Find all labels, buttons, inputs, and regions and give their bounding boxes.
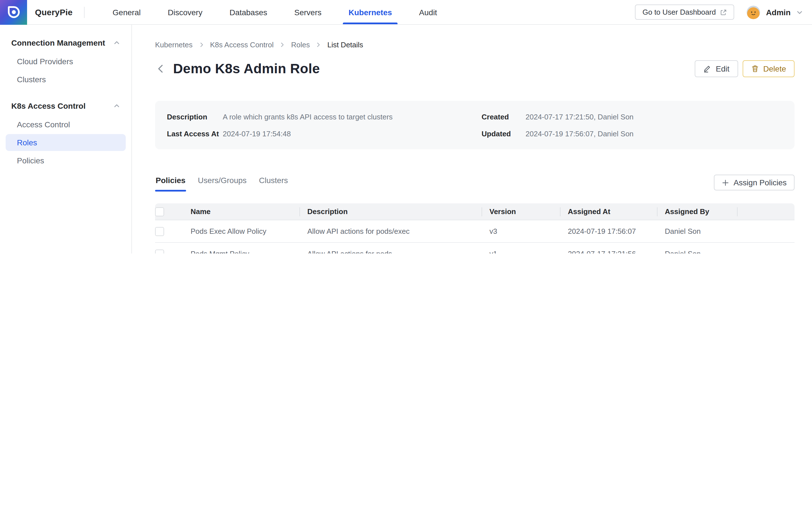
sidebar-section-k8s-access-control[interactable]: K8s Access Control [0, 97, 132, 115]
last-access-value: 2024-07-19 17:54:48 [223, 129, 291, 138]
policies-table: Name Description Version Assigned At Ass… [155, 203, 795, 253]
sidebar-section-title: Connection Management [11, 38, 105, 47]
sidebar-item-cloud-providers[interactable]: Cloud Providers [6, 53, 126, 70]
cell-assigned-by: Daniel Son [657, 227, 737, 235]
external-link-icon [720, 9, 727, 15]
breadcrumb-kubernetes[interactable]: Kubernetes [155, 41, 193, 49]
nav-item-audit[interactable]: Audit [405, 0, 451, 24]
sidebar-section-connection-management[interactable]: Connection Management [0, 34, 132, 52]
chevron-up-icon[interactable] [113, 40, 120, 46]
breadcrumb-roles[interactable]: Roles [291, 41, 310, 49]
row-checkbox[interactable] [155, 227, 164, 236]
chevron-down-icon[interactable] [796, 9, 803, 15]
cell-assigned-by: Daniel Son [657, 249, 737, 253]
edit-button[interactable]: Edit [695, 60, 738, 77]
column-header-assigned-by[interactable]: Assigned By [657, 203, 737, 220]
go-to-user-dashboard-label: Go to User Dashboard [643, 8, 716, 16]
column-header-version[interactable]: Version [481, 203, 560, 220]
description-label: Description [167, 112, 223, 121]
page-title: Demo K8s Admin Role [173, 61, 320, 76]
back-button[interactable] [155, 63, 166, 74]
cell-description: Allow API actions for pods [299, 249, 481, 253]
assign-policies-label: Assign Policies [733, 178, 786, 187]
nav-item-databases[interactable]: Databases [216, 0, 281, 24]
sidebar: Connection Management Cloud Providers Cl… [0, 25, 132, 253]
go-to-user-dashboard-button[interactable]: Go to User Dashboard [635, 4, 734, 20]
querypie-logo-icon [8, 6, 19, 18]
tab-policies[interactable]: Policies [155, 175, 186, 191]
updated-value: 2024-07-19 17:56:07, Daniel Son [525, 129, 633, 138]
sidebar-item-roles[interactable]: Roles [6, 134, 126, 151]
role-info-panel: Description A role which grants k8s API … [155, 101, 795, 149]
column-header-empty [737, 203, 795, 220]
plus-icon [722, 179, 729, 186]
main-nav: General Discovery Databases Servers Kube… [99, 0, 451, 24]
avatar-face-icon [747, 5, 760, 19]
sidebar-item-clusters[interactable]: Clusters [6, 71, 126, 88]
last-access-label: Last Access At [167, 129, 223, 138]
sidebar-item-policies[interactable]: Policies [6, 152, 126, 169]
cell-assigned-at: 2024-07-17 17:21:56 [560, 249, 657, 253]
sidebar-section-title: K8s Access Control [11, 101, 86, 110]
edit-button-label: Edit [716, 64, 729, 73]
chevron-right-icon [279, 42, 285, 48]
column-header-name[interactable]: Name [183, 203, 299, 220]
column-header-description[interactable]: Description [299, 203, 481, 220]
cell-name[interactable]: Pods Exec Allow Policy [183, 227, 299, 235]
nav-item-general[interactable]: General [99, 0, 154, 24]
chevron-left-icon [155, 63, 166, 74]
top-navigation: QueryPie General Discovery Databases Ser… [0, 0, 812, 25]
created-value: 2024-07-17 17:21:50, Daniel Son [525, 112, 633, 121]
table-header-row: Name Description Version Assigned At Ass… [155, 203, 795, 220]
breadcrumb: Kubernetes K8s Access Control Roles List… [155, 41, 795, 49]
delete-button[interactable]: Delete [742, 60, 795, 77]
table-row[interactable]: Pods Mgmt Policy Allow API actions for p… [155, 243, 795, 253]
querypie-logo[interactable] [0, 0, 27, 24]
assign-policies-button[interactable]: Assign Policies [714, 175, 795, 190]
cell-description: Allow API actions for pods/exec [299, 227, 481, 235]
app-window: QueryPie General Discovery Databases Ser… [0, 0, 812, 253]
chevron-up-icon[interactable] [113, 103, 120, 109]
cell-version: v1 [481, 249, 560, 253]
select-all-checkbox[interactable] [155, 207, 164, 216]
avatar[interactable] [747, 5, 760, 19]
table-row[interactable]: Pods Exec Allow Policy Allow API actions… [155, 220, 795, 243]
breadcrumb-k8s-access-control[interactable]: K8s Access Control [210, 41, 273, 49]
chevron-right-icon [198, 42, 204, 48]
detail-tabs: Policies Users/Groups Clusters [155, 175, 289, 191]
sidebar-item-access-control[interactable]: Access Control [6, 116, 126, 133]
cell-version: v3 [481, 227, 560, 235]
nav-item-kubernetes[interactable]: Kubernetes [335, 0, 405, 24]
cell-assigned-at: 2024-07-19 17:56:07 [560, 227, 657, 235]
nav-item-discovery[interactable]: Discovery [154, 0, 216, 24]
nav-divider [84, 6, 84, 18]
brand-name: QueryPie [35, 7, 72, 17]
breadcrumb-list-details: List Details [327, 41, 363, 49]
updated-label: Updated [481, 129, 525, 138]
created-label: Created [481, 112, 525, 121]
main-content: Kubernetes K8s Access Control Roles List… [132, 25, 812, 253]
delete-button-label: Delete [763, 64, 786, 73]
description-value: A role which grants k8s API access to ta… [223, 112, 393, 121]
row-checkbox[interactable] [155, 249, 164, 253]
cell-name[interactable]: Pods Mgmt Policy [183, 249, 299, 253]
tab-clusters[interactable]: Clusters [259, 175, 289, 191]
column-header-assigned-at[interactable]: Assigned At [560, 203, 657, 220]
user-name[interactable]: Admin [766, 8, 791, 17]
chevron-right-icon [315, 42, 322, 48]
tab-users-groups[interactable]: Users/Groups [197, 175, 247, 191]
trash-icon [751, 65, 759, 73]
pencil-icon [703, 65, 711, 73]
nav-item-servers[interactable]: Servers [281, 0, 335, 24]
